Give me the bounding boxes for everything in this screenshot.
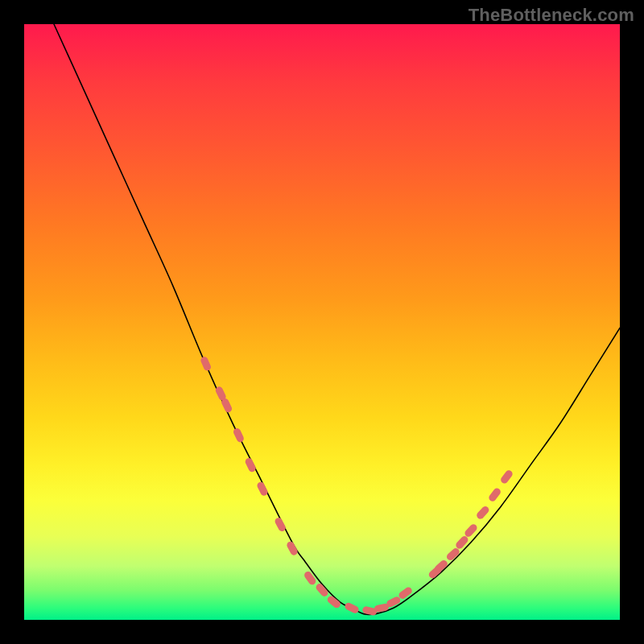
marker-dot: [488, 487, 502, 503]
marker-dot: [303, 570, 317, 586]
watermark-text: TheBottleneck.com: [469, 5, 634, 26]
marker-dot: [499, 469, 514, 485]
chart-frame: TheBottleneck.com: [0, 0, 644, 644]
marker-dot: [445, 547, 460, 562]
plot-area: [24, 24, 620, 620]
marker-dot: [256, 481, 269, 497]
curve-layer: [24, 24, 620, 620]
marker-dot: [244, 457, 257, 473]
marker-dot: [344, 601, 360, 614]
bottleneck-curve: [54, 24, 620, 615]
marker-group: [200, 356, 514, 617]
marker-dot: [398, 586, 414, 601]
marker-dot: [455, 535, 470, 550]
marker-dot: [232, 427, 245, 444]
marker-dot: [274, 517, 287, 533]
marker-dot: [200, 356, 212, 372]
marker-dot: [475, 505, 490, 520]
marker-dot: [286, 540, 299, 556]
